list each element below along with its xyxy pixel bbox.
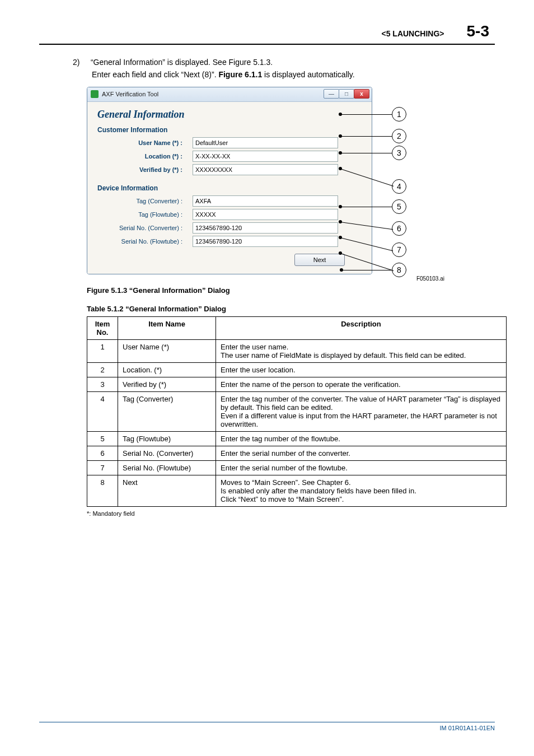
th-description: Description [216, 316, 507, 339]
lead-8b [341, 270, 392, 270]
figure-caption: Figure 5.1.3 “General Information” Dialo… [87, 286, 495, 295]
label-sn-converter: Serial No. (Converter) : [97, 225, 193, 231]
window-title: AXF Verification Tool [102, 91, 158, 97]
lead-5 [340, 207, 392, 207]
cell-description: Enter the serial number of the flowtube. [216, 460, 507, 475]
cell-item-no: 5 [87, 431, 118, 446]
dot-3 [339, 151, 342, 155]
cell-description: Moves to “Main Screen”. See Chapter 6. I… [216, 475, 507, 506]
lead-1 [340, 114, 392, 115]
dot-5 [339, 205, 342, 208]
table-caption: Table 5.1.2 “General Information” Dialog [87, 305, 495, 313]
close-button[interactable]: x [354, 89, 369, 99]
callout-5: 5 [392, 199, 406, 214]
callout-6: 6 [392, 221, 406, 236]
input-user-name[interactable] [193, 137, 338, 148]
input-sn-converter[interactable] [193, 222, 338, 234]
header-rule [39, 44, 495, 45]
label-user-name: User Name (*) : [97, 139, 193, 146]
dot-4 [339, 167, 342, 170]
cell-description: Enter the user location. [216, 362, 507, 377]
step-text-a: “General Information” is displayed. See … [91, 58, 273, 67]
chapter-title: <5 LAUNCHING> [382, 29, 444, 38]
cell-description: Enter the serial number of the converter… [216, 446, 507, 460]
cell-item-no: 2 [87, 362, 118, 377]
callout-2: 2 [392, 129, 406, 143]
input-tag-flowtube[interactable] [193, 209, 338, 220]
lead-3 [340, 153, 392, 153]
label-tag-converter: Tag (Converter) : [97, 198, 193, 204]
figure-file-id: F050103.ai [39, 276, 444, 282]
table-row: 4Tag (Converter)Enter the tag number of … [87, 391, 507, 431]
dot-6 [339, 220, 342, 223]
section-customer: Customer Information [97, 126, 362, 134]
table-row: 5Tag (Flowtube)Enter the tag number of t… [87, 431, 507, 446]
cell-item-name: Tag (Flowtube) [118, 431, 216, 446]
table-row: 6Serial No. (Converter)Enter the serial … [87, 446, 507, 460]
cell-item-no: 1 [87, 339, 118, 362]
cell-item-name: User Name (*) [118, 339, 216, 362]
next-button[interactable]: Next [294, 254, 345, 266]
input-location[interactable] [193, 151, 338, 162]
callout-1: 1 [392, 107, 406, 122]
label-verified-by: Verified by (*) : [97, 166, 193, 173]
dot-8b [340, 268, 343, 272]
table-row: 8NextMoves to “Main Screen”. See Chapter… [87, 475, 507, 506]
callout-7: 7 [392, 242, 406, 257]
cell-description: Enter the name of the person to operate … [216, 377, 507, 391]
cell-item-name: Location. (*) [118, 362, 216, 377]
lead-2 [340, 136, 392, 137]
step-line: 2) “General Information” is displayed. S… [73, 56, 495, 68]
cell-description: Enter the tag number of the converter. T… [216, 391, 507, 431]
dot-1 [339, 113, 342, 116]
input-sn-flowtube[interactable] [193, 236, 338, 247]
titlebar: AXF Verification Tool — □ x [87, 87, 372, 102]
page-number: 5-3 [467, 22, 489, 40]
input-tag-converter[interactable] [193, 195, 338, 207]
cell-item-name: Tag (Converter) [118, 391, 216, 431]
cell-item-name: Verified by (*) [118, 377, 216, 391]
cell-item-name: Serial No. (Flowtube) [118, 460, 216, 475]
description-table: Item No. Item Name Description 1User Nam… [87, 316, 507, 507]
label-location: Location (*) : [97, 153, 193, 160]
callout-4: 4 [392, 179, 406, 194]
callout-8: 8 [392, 263, 406, 277]
dialog-window: AXF Verification Tool — □ x General Info… [87, 87, 372, 274]
cell-description: Enter the tag number of the flowtube. [216, 431, 507, 446]
table-footnote: *: Mandatory field [87, 510, 495, 517]
cell-item-no: 8 [87, 475, 118, 506]
cell-item-no: 6 [87, 446, 118, 460]
maximize-button[interactable]: □ [339, 89, 354, 99]
step-subline: Enter each field and click “Next (8)”. F… [92, 68, 495, 81]
table-row: 2Location. (*)Enter the user location. [87, 362, 507, 377]
cell-item-name: Next [118, 475, 216, 506]
cell-item-name: Serial No. (Converter) [118, 446, 216, 460]
th-item-name: Item Name [118, 316, 216, 339]
document-id: IM 01R01A11-01EN [39, 725, 495, 731]
footer-rule [39, 722, 495, 722]
minimize-button[interactable]: — [324, 89, 339, 99]
cell-item-no: 4 [87, 391, 118, 431]
app-icon [91, 90, 99, 98]
label-sn-flowtube: Serial No. (Flowtube) : [97, 238, 193, 245]
dot-8a [339, 251, 342, 255]
dot-7 [339, 236, 342, 239]
table-row: 1User Name (*)Enter the user name. The u… [87, 339, 507, 362]
cell-item-no: 3 [87, 377, 118, 391]
step-number: 2) [73, 56, 88, 68]
dot-2 [339, 134, 342, 138]
cell-item-no: 7 [87, 460, 118, 475]
table-row: 7Serial No. (Flowtube)Enter the serial n… [87, 460, 507, 475]
dialog-heading: General Information [97, 109, 362, 120]
input-verified-by[interactable] [193, 164, 338, 175]
cell-description: Enter the user name. The user name of Fi… [216, 339, 507, 362]
table-row: 3Verified by (*)Enter the name of the pe… [87, 377, 507, 391]
section-device: Device Information [97, 184, 362, 192]
th-item-no: Item No. [87, 316, 118, 339]
callout-3: 3 [392, 146, 406, 160]
label-tag-flowtube: Tag (Flowtube) : [97, 211, 193, 218]
